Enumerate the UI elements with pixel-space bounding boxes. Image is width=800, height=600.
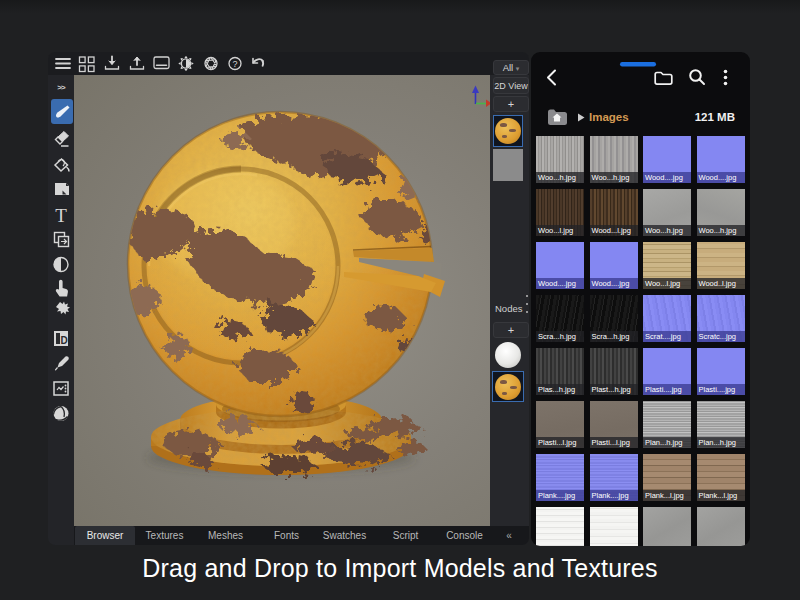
svg-text:T: T [55,205,67,226]
svg-text:Images: Images [589,111,629,123]
svg-text:>>: >> [57,83,66,92]
svg-text:121 MB: 121 MB [695,111,735,123]
svg-text:?: ? [232,59,237,69]
svg-text:D: D [60,335,67,346]
